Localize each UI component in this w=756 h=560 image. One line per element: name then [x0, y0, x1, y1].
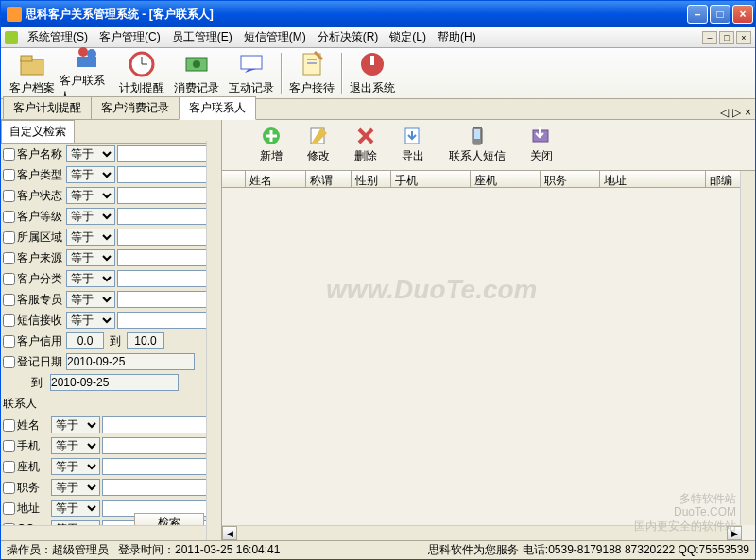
- tb-contacts[interactable]: 客户联系人: [60, 50, 114, 97]
- mdi-close-icon[interactable]: ×: [736, 31, 751, 44]
- filter-value-input[interactable]: [117, 208, 208, 225]
- filter-checkbox[interactable]: [3, 294, 15, 306]
- side-hscrollbar[interactable]: [1, 525, 206, 540]
- column-header[interactable]: 姓名: [246, 171, 307, 187]
- column-header[interactable]: 称谓: [306, 171, 352, 187]
- tb-consume[interactable]: 消费记录: [169, 50, 224, 97]
- regdate-from-input[interactable]: [66, 353, 195, 370]
- filter-label: 姓名: [17, 417, 49, 433]
- filter-op-select[interactable]: 等于: [66, 187, 115, 204]
- tab-plan-remind[interactable]: 客户计划提醒: [3, 96, 92, 119]
- filter-checkbox[interactable]: [3, 252, 15, 264]
- filter-value-input[interactable]: [117, 166, 208, 183]
- tb-reception[interactable]: 客户接待: [284, 50, 339, 97]
- filter-label: 登记日期: [17, 354, 64, 370]
- tb-customer-file[interactable]: 客户档案: [5, 50, 60, 97]
- filter-op-select[interactable]: 等于: [51, 416, 100, 433]
- column-header[interactable]: 性别: [352, 171, 391, 187]
- mdi-minimize-icon[interactable]: –: [702, 31, 717, 44]
- filter-checkbox[interactable]: [3, 335, 15, 348]
- column-header[interactable]: 手机: [391, 171, 471, 187]
- filter-value-input[interactable]: [117, 312, 208, 329]
- filter-checkbox[interactable]: [3, 502, 15, 515]
- filter-op-select[interactable]: 等于: [66, 270, 115, 287]
- filter-label: 客户类型: [17, 167, 64, 183]
- filter-checkbox[interactable]: [3, 169, 15, 181]
- filter-checkbox[interactable]: [3, 190, 15, 202]
- filter-op-select[interactable]: 等于: [66, 291, 115, 308]
- filter-value-input[interactable]: [102, 416, 208, 433]
- filter-op-select[interactable]: 等于: [66, 312, 115, 329]
- filter-checkbox[interactable]: [3, 273, 15, 285]
- menu-customer[interactable]: 客户管理(C): [94, 27, 166, 47]
- custom-search-tab[interactable]: 自定义检索: [1, 120, 75, 143]
- filter-checkbox[interactable]: [3, 231, 15, 244]
- sms-button[interactable]: 联系人短信: [449, 126, 506, 164]
- filter-checkbox[interactable]: [3, 148, 15, 161]
- filter-op-select[interactable]: 等于: [51, 437, 100, 454]
- filter-value-input[interactable]: [117, 249, 208, 266]
- menu-lock[interactable]: 锁定(L): [384, 27, 432, 47]
- filter-checkbox[interactable]: [3, 211, 15, 223]
- side-vscrollbar[interactable]: [206, 141, 221, 540]
- menu-help[interactable]: 帮助(H): [432, 27, 482, 47]
- menubar: 系统管理(S) 客户管理(C) 员工管理(E) 短信管理(M) 分析决策(R) …: [1, 27, 755, 48]
- credit-to-input[interactable]: [127, 332, 164, 349]
- edit-button[interactable]: 修改: [307, 126, 330, 164]
- filter-value-input[interactable]: [117, 229, 208, 246]
- filter-value-input[interactable]: [117, 187, 208, 204]
- filter-value-input[interactable]: [117, 270, 208, 287]
- filter-op-select[interactable]: 等于: [66, 145, 115, 162]
- filter-op-select[interactable]: 等于: [66, 229, 115, 246]
- column-header[interactable]: 邮编: [706, 171, 742, 187]
- mdi-restore-icon[interactable]: □: [719, 31, 734, 44]
- filter-checkbox[interactable]: [3, 440, 15, 452]
- delete-button[interactable]: 删除: [354, 126, 377, 164]
- menu-employee[interactable]: 员工管理(E): [166, 27, 238, 47]
- regdate-to-input[interactable]: [50, 374, 179, 391]
- maximize-button[interactable]: □: [710, 5, 730, 24]
- filter-value-input[interactable]: [102, 437, 208, 454]
- filter-panel: 自定义检索 客户名称等于客户类型等于客户状态等于客户等级等于所属区域等于客户来源…: [1, 120, 222, 540]
- column-header[interactable]: 地址: [600, 171, 706, 187]
- close-icon: [531, 126, 552, 146]
- filter-op-select[interactable]: 等于: [66, 166, 115, 183]
- filter-op-select[interactable]: 等于: [66, 208, 115, 225]
- column-header[interactable]: 职务: [541, 171, 600, 187]
- filter-value-input[interactable]: [117, 145, 208, 162]
- filter-op-select[interactable]: 等于: [51, 458, 100, 475]
- filter-value-input[interactable]: [102, 479, 208, 496]
- filter-op-select[interactable]: 等于: [51, 479, 100, 496]
- tb-interact[interactable]: 互动记录: [224, 50, 279, 97]
- main-toolbar: 客户档案 客户联系人 计划提醒 消费记录 互动记录 客户接待 退出系统: [1, 48, 755, 99]
- filter-checkbox[interactable]: [3, 356, 15, 368]
- menu-analysis[interactable]: 分析决策(R): [312, 27, 385, 47]
- grid-hscrollbar[interactable]: ◀▶: [222, 525, 742, 540]
- close-panel-button[interactable]: 关闭: [530, 126, 553, 164]
- menu-sms[interactable]: 短信管理(M): [238, 27, 312, 47]
- filter-op-select[interactable]: 等于: [51, 500, 100, 517]
- tab-close-icon[interactable]: ×: [745, 106, 751, 119]
- filter-op-select[interactable]: 等于: [66, 249, 115, 266]
- credit-from-input[interactable]: [66, 332, 104, 349]
- minimize-button[interactable]: –: [687, 5, 708, 24]
- filter-value-input[interactable]: [102, 458, 208, 475]
- filter-checkbox[interactable]: [3, 314, 15, 327]
- filter-checkbox[interactable]: [3, 419, 15, 432]
- filter-checkbox[interactable]: [3, 461, 15, 473]
- tab-consume-record[interactable]: 客户消费记录: [91, 96, 180, 119]
- add-button[interactable]: 新增: [260, 126, 283, 164]
- tb-exit[interactable]: 退出系统: [345, 50, 400, 97]
- filter-checkbox[interactable]: [3, 482, 15, 494]
- column-header[interactable]: 座机: [471, 171, 541, 187]
- grid-vscrollbar[interactable]: [740, 171, 755, 525]
- tb-plan-remind[interactable]: 计划提醒: [114, 50, 169, 97]
- scroll-left-icon[interactable]: ◀: [222, 526, 237, 540]
- filter-value-input[interactable]: [117, 291, 208, 308]
- export-button[interactable]: 导出: [402, 126, 424, 164]
- close-button[interactable]: ×: [732, 5, 753, 24]
- tab-next-icon[interactable]: ▷: [732, 106, 741, 119]
- tab-contacts[interactable]: 客户联系人: [179, 96, 256, 120]
- scroll-right-icon[interactable]: ▶: [727, 526, 742, 540]
- tab-prev-icon[interactable]: ◁: [720, 106, 729, 119]
